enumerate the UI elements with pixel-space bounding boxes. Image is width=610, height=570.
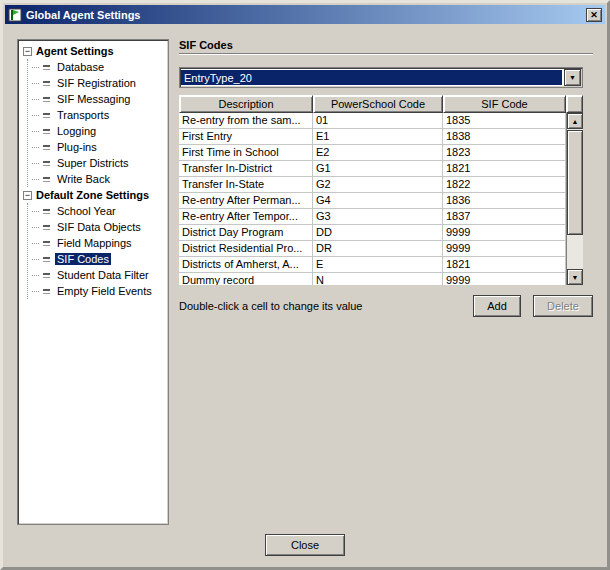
add-button[interactable]: Add xyxy=(473,295,521,317)
cell-sif-code[interactable]: 9999 xyxy=(443,241,566,256)
cell-powerschool-code[interactable]: E1 xyxy=(313,129,443,144)
tree-item-label: School Year xyxy=(55,205,118,217)
cell-description[interactable]: Re-entry from the sam... xyxy=(179,113,313,128)
table-row: District Day ProgramDD9999 xyxy=(179,225,566,241)
table-row: Re-entry from the sam...011835 xyxy=(179,113,566,129)
cell-powerschool-code[interactable]: E2 xyxy=(313,145,443,160)
scrollbar-track[interactable] xyxy=(567,236,583,269)
tree-item-logging[interactable]: Logging xyxy=(30,123,166,139)
table-scrollbar[interactable]: ▲ ▼ xyxy=(566,113,583,285)
cell-powerschool-code[interactable]: DR xyxy=(313,241,443,256)
cell-powerschool-code[interactable]: G2 xyxy=(313,177,443,192)
chevron-down-icon: ▼ xyxy=(569,74,576,81)
cell-powerschool-code[interactable]: G4 xyxy=(313,193,443,208)
entry-type-dropdown[interactable]: EntryType_20 ▼ xyxy=(179,67,583,88)
page-icon xyxy=(43,239,51,247)
column-header-sif-code[interactable]: SIF Code xyxy=(443,95,566,113)
app-icon xyxy=(8,8,22,22)
cell-sif-code[interactable]: 1835 xyxy=(443,113,566,128)
tree-section-default-zone-settings[interactable]: − Default Zone Settings xyxy=(20,187,166,203)
tree-item-school-year[interactable]: School Year xyxy=(30,203,166,219)
cell-sif-code[interactable]: 9999 xyxy=(443,273,566,285)
page-icon xyxy=(43,159,51,167)
cell-powerschool-code[interactable]: E xyxy=(313,257,443,272)
delete-button[interactable]: Delete xyxy=(533,295,593,317)
table-row: District Residential Pro...DR9999 xyxy=(179,241,566,257)
close-button[interactable]: Close xyxy=(265,534,345,556)
window-title: Global Agent Settings xyxy=(26,9,582,21)
table-row: First EntryE11838 xyxy=(179,129,566,145)
cell-sif-code[interactable]: 1821 xyxy=(443,257,566,272)
cell-powerschool-code[interactable]: G3 xyxy=(313,209,443,224)
tree-item-write-back[interactable]: Write Back xyxy=(30,171,166,187)
cell-sif-code[interactable]: 1822 xyxy=(443,177,566,192)
tree-item-sif-registration[interactable]: SIF Registration xyxy=(30,75,166,91)
table-row: Re-entry After Perman...G41836 xyxy=(179,193,566,209)
collapse-icon[interactable]: − xyxy=(23,47,32,56)
window-close-button[interactable]: ✕ xyxy=(586,8,602,22)
cell-description[interactable]: First Entry xyxy=(179,129,313,144)
arrow-up-icon: ▲ xyxy=(572,118,579,125)
tree-item-database[interactable]: Database xyxy=(30,59,166,75)
column-header-powerschool-code[interactable]: PowerSchool Code xyxy=(313,95,443,113)
cell-sif-code[interactable]: 1836 xyxy=(443,193,566,208)
scroll-down-button[interactable]: ▼ xyxy=(567,269,583,285)
cell-sif-code[interactable]: 1821 xyxy=(443,161,566,176)
title-bar[interactable]: Global Agent Settings ✕ xyxy=(5,5,605,24)
cell-sif-code[interactable]: 9999 xyxy=(443,225,566,240)
tree-item-super-districts[interactable]: Super Districts xyxy=(30,155,166,171)
scroll-up-button[interactable]: ▲ xyxy=(567,113,583,129)
settings-tree: − Agent Settings Database SIF Registrati… xyxy=(17,39,169,525)
tree-item-label: Plug-ins xyxy=(55,141,99,153)
cell-description[interactable]: Dummy record xyxy=(179,273,313,285)
page-icon xyxy=(43,271,51,279)
tree-item-sif-data-objects[interactable]: SIF Data Objects xyxy=(30,219,166,235)
tree-item-label: Database xyxy=(55,61,106,73)
edit-hint-text: Double-click a cell to change its value xyxy=(179,300,473,312)
tree-item-transports[interactable]: Transports xyxy=(30,107,166,123)
cell-description[interactable]: Transfer In-State xyxy=(179,177,313,192)
cell-description[interactable]: Re-entry After Tempor... xyxy=(179,209,313,224)
cell-description[interactable]: First Time in School xyxy=(179,145,313,160)
tree-item-sif-messaging[interactable]: SIF Messaging xyxy=(30,91,166,107)
cell-description[interactable]: Transfer In-District xyxy=(179,161,313,176)
column-header-description[interactable]: Description xyxy=(179,95,313,113)
tree-item-plug-ins[interactable]: Plug-ins xyxy=(30,139,166,155)
cell-description[interactable]: District Residential Pro... xyxy=(179,241,313,256)
tree-section-agent-settings[interactable]: − Agent Settings xyxy=(20,43,166,59)
dropdown-arrow-button[interactable]: ▼ xyxy=(564,69,581,86)
scrollbar-thumb[interactable] xyxy=(567,130,583,235)
tree-item-label: SIF Codes xyxy=(55,253,111,265)
tree-item-label: Super Districts xyxy=(55,157,131,169)
cell-description[interactable]: Districts of Amherst, A... xyxy=(179,257,313,272)
cell-sif-code[interactable]: 1823 xyxy=(443,145,566,160)
cell-description[interactable]: Re-entry After Perman... xyxy=(179,193,313,208)
cell-powerschool-code[interactable]: G1 xyxy=(313,161,443,176)
tree-item-student-data-filter[interactable]: Student Data Filter xyxy=(30,267,166,283)
tree-item-label: Field Mappings xyxy=(55,237,134,249)
cell-sif-code[interactable]: 1837 xyxy=(443,209,566,224)
tree-item-empty-field-events[interactable]: Empty Field Events xyxy=(30,283,166,299)
tree-item-sif-codes[interactable]: SIF Codes xyxy=(30,251,166,267)
page-icon xyxy=(43,127,51,135)
arrow-down-icon: ▼ xyxy=(572,274,579,281)
cell-powerschool-code[interactable]: 01 xyxy=(313,113,443,128)
tree-item-label: Empty Field Events xyxy=(55,285,154,297)
tree-item-label: SIF Data Objects xyxy=(55,221,143,233)
column-header-spacer xyxy=(566,95,583,113)
page-icon xyxy=(43,79,51,87)
tree-section-label: Default Zone Settings xyxy=(36,189,149,201)
tree-item-label: Transports xyxy=(55,109,111,121)
cell-description[interactable]: District Day Program xyxy=(179,225,313,240)
tree-item-field-mappings[interactable]: Field Mappings xyxy=(30,235,166,251)
page-icon xyxy=(43,207,51,215)
cell-powerschool-code[interactable]: DD xyxy=(313,225,443,240)
cell-sif-code[interactable]: 1838 xyxy=(443,129,566,144)
tree-item-label: SIF Registration xyxy=(55,77,138,89)
cell-powerschool-code[interactable]: N xyxy=(313,273,443,285)
tree-section-label: Agent Settings xyxy=(36,45,114,57)
page-icon xyxy=(43,175,51,183)
dropdown-selected-value: EntryType_20 xyxy=(181,70,562,85)
collapse-icon[interactable]: − xyxy=(23,191,32,200)
table-row: Dummy recordN9999 xyxy=(179,273,566,285)
